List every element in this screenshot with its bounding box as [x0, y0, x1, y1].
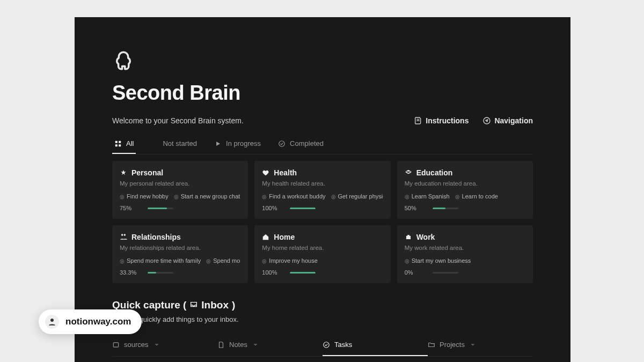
progress-percent: 50%: [405, 205, 427, 211]
instructions-link[interactable]: Instructions: [414, 116, 469, 125]
progress-row: 100%: [262, 205, 383, 211]
card-tags: Find new hobbyStart a new group chatRead: [120, 193, 240, 200]
svg-rect-4: [119, 144, 121, 146]
task-tag[interactable]: Spend more time wi: [206, 257, 240, 264]
card-icon: [120, 233, 127, 241]
welcome-text: Welcome to your Second Brain system.: [112, 116, 244, 125]
task-tag[interactable]: Get regular physical activit: [331, 193, 383, 200]
page-title: Second Brain: [112, 82, 533, 105]
play-icon: [214, 140, 222, 147]
tab-all[interactable]: All: [112, 135, 136, 154]
progress-bar: [433, 208, 458, 209]
task-tag[interactable]: Find new hobby: [120, 193, 169, 200]
card-icon: [120, 169, 127, 176]
task-tag[interactable]: Improve my house: [262, 257, 317, 264]
area-card[interactable]: WorkMy work related area.Start my own bu…: [397, 225, 533, 283]
task-tag[interactable]: Start my own business: [405, 257, 471, 264]
card-description: My home related area.: [262, 245, 383, 251]
area-card[interactable]: HomeMy home related area.Improve my hous…: [254, 225, 390, 283]
card-description: My education related area.: [405, 180, 525, 187]
qtab-tasks-label: Tasks: [334, 341, 352, 349]
svg-rect-6: [113, 342, 118, 346]
area-card[interactable]: RelationshipsMy relationships related ar…: [112, 225, 248, 283]
compass-icon: [482, 116, 491, 125]
card-title: Relationships: [120, 233, 240, 241]
tab-not-started-label: Not started: [163, 139, 197, 147]
card-description: My health related area.: [262, 180, 383, 187]
navigation-link[interactable]: Navigation: [482, 116, 533, 125]
qtab-resources-label: sources: [124, 341, 149, 349]
tab-all-label: All: [126, 139, 134, 147]
qtab-notes[interactable]: Notes: [217, 335, 323, 356]
card-title: Health: [262, 168, 383, 177]
card-title-text: Home: [274, 233, 295, 241]
card-title-text: Relationships: [131, 233, 181, 241]
inbox-link[interactable]: Inbox: [189, 299, 229, 311]
card-icon: [405, 233, 412, 241]
gallery-icon: [114, 140, 122, 147]
progress-percent: 33.3%: [120, 269, 142, 276]
task-tag[interactable]: Start a new group chat: [174, 193, 240, 200]
card-description: My work related area.: [405, 245, 525, 251]
progress-percent: 0%: [405, 269, 427, 276]
card-icon: [262, 233, 269, 241]
brain-logo-icon: [112, 49, 135, 72]
task-tag[interactable]: Learn to code: [455, 193, 498, 200]
qtab-projects[interactable]: Projects: [428, 335, 533, 356]
area-card[interactable]: HealthMy health related area.Find a work…: [254, 161, 390, 219]
content-area: Second Brain Welcome to your Second Brai…: [75, 17, 570, 362]
card-title-text: Work: [416, 233, 435, 241]
resources-icon: [112, 341, 120, 349]
card-tags: Spend more time with familySpend more ti…: [120, 257, 240, 264]
chevron-down-icon: [252, 341, 259, 349]
app-window: Second Brain Welcome to your Second Brai…: [75, 17, 570, 362]
tab-completed-label: Completed: [290, 139, 324, 147]
svg-point-5: [279, 141, 285, 146]
task-tag[interactable]: Learn Spanish: [405, 193, 450, 200]
folder-icon: [428, 341, 435, 349]
progress-bar: [290, 208, 316, 209]
card-title-text: Health: [274, 168, 297, 177]
quick-capture-title: Quick capture ( Inbox ): [112, 299, 533, 311]
progress-row: 33.3%: [120, 269, 240, 276]
check-circle-icon: [278, 140, 286, 147]
chevron-down-icon: [153, 341, 160, 349]
card-description: My relationships related area.: [120, 245, 240, 251]
tab-in-progress[interactable]: In progress: [212, 135, 263, 154]
svg-rect-3: [115, 144, 118, 146]
area-card[interactable]: PersonalMy personal related area.Find ne…: [112, 161, 248, 219]
task-tag[interactable]: Spend more time with family: [120, 257, 201, 264]
snowflake-icon: [151, 140, 158, 147]
card-tags: Learn SpanishLearn to code: [405, 193, 525, 200]
tab-in-progress-label: In progress: [226, 139, 261, 147]
instructions-label: Instructions: [426, 116, 469, 125]
qtab-projects-label: Projects: [440, 341, 465, 349]
navigation-label: Navigation: [494, 116, 533, 125]
card-title-text: Education: [416, 168, 453, 177]
task-tag[interactable]: Find a workout buddy: [262, 193, 325, 200]
inbox-icon: [189, 301, 198, 309]
task-check-icon: [323, 341, 330, 349]
tab-not-started[interactable]: Not started: [149, 135, 199, 154]
qtab-notes-label: Notes: [229, 341, 247, 349]
card-title: Personal: [120, 168, 240, 177]
view-tabs: All Not started In progress Completed: [112, 135, 533, 154]
svg-point-8: [50, 319, 54, 322]
svg-rect-1: [115, 141, 118, 143]
tab-completed[interactable]: Completed: [276, 135, 326, 154]
svg-point-7: [324, 342, 330, 348]
progress-bar: [433, 272, 458, 274]
progress-bar: [148, 208, 173, 209]
card-title: Home: [262, 233, 383, 241]
progress-row: 75%: [120, 205, 240, 211]
scroll-icon: [414, 116, 422, 125]
qtab-tasks[interactable]: Tasks: [323, 335, 428, 356]
card-icon: [405, 169, 412, 176]
quick-title-post: ): [232, 299, 235, 311]
quick-capture-section: Quick capture ( Inbox ) Place to quickly…: [112, 299, 533, 362]
card-title-text: Personal: [131, 168, 163, 177]
area-card[interactable]: EducationMy education related area.Learn…: [397, 161, 533, 219]
qtab-resources[interactable]: sources: [112, 335, 217, 356]
quick-tabs: sources Notes Tasks Projects: [112, 335, 533, 357]
watermark-text: notionway.com: [65, 316, 131, 327]
